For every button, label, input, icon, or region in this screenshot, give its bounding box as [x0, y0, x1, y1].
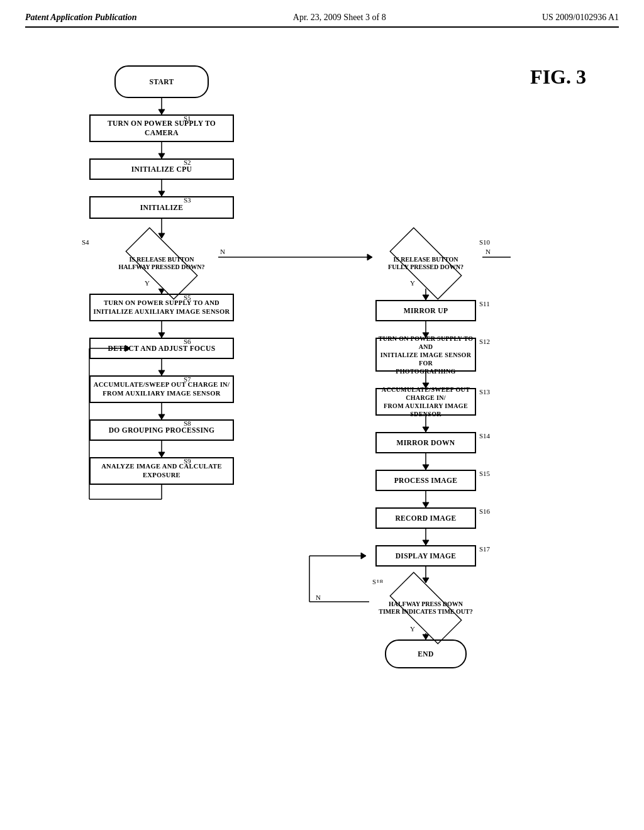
svg-marker-3 — [158, 153, 165, 158]
svg-marker-35 — [423, 465, 429, 470]
svg-marker-5 — [158, 191, 165, 196]
s14-step-label: S14 — [479, 432, 490, 440]
s6-node: DETECT AND ADJUST FOCUS — [89, 338, 234, 359]
svg-marker-39 — [423, 540, 429, 545]
end-node: END — [385, 639, 467, 668]
s4-step-label: S4 — [82, 238, 89, 246]
svg-marker-15 — [158, 414, 165, 419]
flowchart: FIG. 3 — [39, 47, 605, 788]
flowchart-arrows — [39, 47, 605, 788]
s15-node: PROCESS IMAGE — [375, 470, 476, 491]
svg-marker-47 — [361, 553, 366, 559]
svg-marker-37 — [423, 502, 429, 507]
s3-node: INITIALIZE — [89, 196, 234, 219]
s18-n-label: N — [316, 594, 321, 601]
header-center: Apr. 23, 2009 Sheet 3 of 8 — [293, 13, 386, 23]
start-node: START — [114, 65, 209, 98]
s16-step-label: S16 — [479, 507, 490, 515]
s4-diamond: IS RELEASE BUTTON HALFWAY PRESSED DOWN? — [111, 238, 212, 289]
header-left: Patent Application Publication — [25, 13, 137, 23]
s7-node: ACCUMULATE/SWEEP OUT CHARGE IN/ FROM AUX… — [89, 375, 234, 403]
s17-node: DISPLAY IMAGE — [375, 545, 476, 567]
s12-node: TURN ON POWER SUPPLY TO AND INITIALIZE I… — [375, 338, 476, 372]
s11-step-label: S11 — [479, 300, 490, 307]
s15-step-label: S15 — [479, 470, 490, 477]
s10-step-label: S10 — [479, 238, 490, 246]
svg-marker-26 — [423, 295, 429, 300]
svg-marker-11 — [158, 333, 165, 338]
s10-y-label: Y — [410, 279, 415, 287]
patent-header: Patent Application Publication Apr. 23, … — [25, 13, 619, 28]
s18-diamond: HALFWAY PRESS DOWN TIMER INDICATES TIME … — [375, 583, 476, 633]
s17-step-label: S17 — [479, 545, 490, 553]
svg-marker-17 — [158, 452, 165, 457]
s8-node: DO GROUPING PROCESSING — [89, 419, 234, 441]
s12-step-label: S12 — [479, 338, 490, 345]
s10-diamond: IS RELEASE BUTTON FULLY PRESSED DOWN? — [375, 238, 476, 289]
s16-node: RECORD IMAGE — [375, 507, 476, 529]
page: Patent Application Publication Apr. 23, … — [0, 0, 644, 830]
s9-node: ANALYZE IMAGE AND CALCULATE EXPOSURE — [89, 457, 234, 485]
figure-label: FIG. 3 — [530, 65, 586, 89]
header-right: US 2009/0102936 A1 — [542, 13, 619, 23]
s5-node: TURN ON POWER SUPPLY TO AND INITIALIZE A… — [89, 294, 234, 321]
s11-node: MIRROR UP — [375, 300, 476, 321]
s4-y-label: Y — [145, 279, 150, 287]
s13-node: ACCUMULATE/SWEEP OUT CHARGE IN/ FROM AUX… — [375, 388, 476, 416]
s14-node: MIRROR DOWN — [375, 432, 476, 453]
svg-marker-13 — [158, 370, 165, 375]
svg-marker-43 — [423, 634, 429, 639]
svg-marker-33 — [423, 427, 429, 432]
s2-node: INITIALIZE CPU — [89, 158, 234, 180]
s4-n-label: N — [220, 248, 225, 255]
svg-marker-1 — [158, 109, 165, 114]
s18-y-label: Y — [410, 625, 415, 633]
svg-marker-24 — [367, 254, 372, 260]
s1-node: TURN ON POWER SUPPLY TO CAMERA — [89, 114, 234, 142]
s13-step-label: S13 — [479, 388, 490, 396]
s10-n-label: N — [486, 248, 491, 255]
